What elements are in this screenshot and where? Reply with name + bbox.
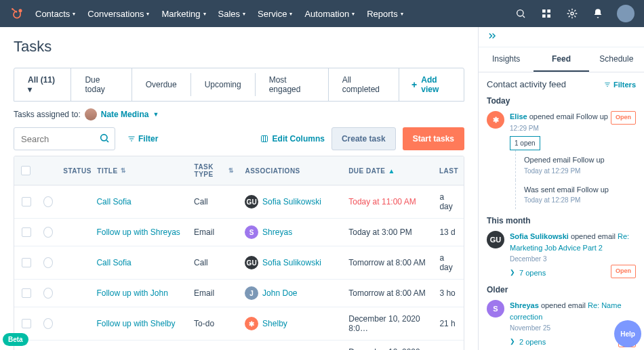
collapse-panel-icon[interactable] [487, 31, 498, 43]
svg-point-2 [517, 10, 523, 16]
panel-tabs: Insights Feed Schedule [479, 47, 644, 72]
complete-toggle[interactable] [43, 227, 53, 238]
complete-toggle[interactable] [43, 318, 53, 329]
col-associations[interactable]: ASSOCIATIONS [239, 156, 343, 185]
assoc-avatar: S [245, 225, 258, 239]
last-activity: 13 d [434, 219, 464, 246]
search-icon[interactable] [99, 133, 110, 146]
svg-rect-5 [542, 14, 546, 18]
svg-rect-3 [542, 9, 546, 13]
open-count[interactable]: 1 open [510, 136, 540, 150]
col-last[interactable]: LAST [434, 156, 464, 185]
feed-heading: Contact activity feed [487, 79, 566, 89]
view-tab[interactable]: Most engaged [256, 68, 329, 101]
row-checkbox[interactable] [22, 258, 31, 267]
contact-link[interactable]: Elise [510, 112, 527, 121]
association-link[interactable]: John Doe [262, 288, 297, 298]
view-tab[interactable]: All (11) ▾ [14, 68, 71, 101]
col-status[interactable]: STATUS [58, 156, 92, 185]
task-title-link[interactable]: Follow up with Shelby [96, 319, 175, 328]
nav-conversations[interactable]: Conversations ▾ [87, 9, 149, 19]
assigned-to-filter: Tasks assigned to: Nate Medina ▼ [14, 108, 464, 121]
svg-point-8 [101, 135, 107, 141]
table-row: Call SofiaCallGUSofia SulikowskiTomorrow… [14, 246, 464, 280]
svg-point-7 [571, 12, 573, 15]
task-title-link[interactable]: Call Sofia [96, 197, 131, 206]
nav-reports[interactable]: Reports ▾ [367, 9, 403, 19]
svg-rect-9 [261, 136, 267, 142]
page-title: Tasks [14, 38, 464, 56]
row-checkbox[interactable] [22, 227, 31, 237]
svg-rect-6 [547, 14, 550, 18]
association-link[interactable]: Shreyas [262, 227, 292, 237]
row-checkbox[interactable] [22, 319, 31, 328]
col-task-type[interactable]: TASK TYPE⇅ [189, 156, 240, 185]
last-activity: 3 ho [434, 280, 464, 307]
help-button[interactable]: Help [614, 320, 641, 347]
col-title[interactable]: TITLE⇅ [92, 156, 188, 185]
col-due-date[interactable]: DUE DATE▲ [343, 156, 434, 185]
tab-schedule[interactable]: Schedule [589, 47, 644, 72]
nav-contacts[interactable]: Contacts ▾ [35, 9, 75, 19]
feed-avatar: ✱ [487, 111, 504, 129]
filters-button[interactable]: Filters [604, 81, 636, 89]
assignee-name[interactable]: Nate Medina [101, 110, 149, 119]
association-link[interactable]: Shelby [262, 319, 287, 328]
contact-link[interactable]: Sofia Sulikowski [510, 232, 569, 240]
complete-toggle[interactable] [43, 196, 53, 207]
start-tasks-button[interactable]: Start tasks [403, 127, 464, 150]
feed-avatar: S [487, 300, 504, 318]
contact-link[interactable]: Shreyas [510, 301, 539, 309]
task-title-link[interactable]: Follow up with John [96, 288, 167, 298]
task-type: Email [188, 280, 239, 307]
assoc-avatar: ✱ [245, 317, 258, 330]
due-date: December 10, 2020 10:… [343, 341, 434, 350]
expand-opens[interactable]: ❯2 opens [510, 336, 546, 348]
row-checkbox[interactable] [22, 288, 31, 298]
section-today: Today [487, 96, 636, 106]
last-activity: a day [434, 246, 464, 279]
complete-toggle[interactable] [43, 288, 53, 299]
task-title-link[interactable]: Call Sofia [96, 258, 131, 267]
notifications-icon[interactable] [591, 7, 605, 20]
filter-button[interactable]: Filter [122, 134, 163, 144]
activity-panel: Insights Feed Schedule Contact activity … [478, 27, 644, 350]
complete-toggle[interactable] [43, 257, 53, 268]
view-tab[interactable]: Due today [71, 68, 132, 101]
task-title-link[interactable]: Follow up with Shreyas [96, 227, 180, 237]
nav-automation[interactable]: Automation ▾ [304, 9, 355, 19]
search-icon[interactable] [514, 7, 527, 20]
nav-service[interactable]: Service ▾ [258, 9, 292, 19]
row-checkbox[interactable] [22, 197, 31, 206]
association-link[interactable]: Sofia Sulikowski [262, 258, 321, 267]
open-badge[interactable]: Open [611, 265, 636, 278]
marketplace-icon[interactable] [540, 7, 553, 20]
chevron-down-icon[interactable]: ▼ [153, 111, 159, 118]
tab-feed[interactable]: Feed [534, 47, 588, 72]
nav-sales[interactable]: Sales ▾ [218, 9, 246, 19]
nav-marketing[interactable]: Marketing ▾ [161, 9, 205, 19]
expand-opens[interactable]: ❯7 opens [510, 267, 546, 279]
assoc-avatar: GU [245, 256, 258, 269]
section-this-month: This month [487, 216, 636, 225]
select-all-checkbox[interactable] [21, 166, 31, 175]
task-type: Email [188, 219, 239, 246]
create-task-button[interactable]: Create task [331, 127, 396, 150]
open-badge[interactable]: Open [611, 111, 636, 125]
due-date: Tomorrow at 8:00 AM [343, 246, 434, 279]
edit-columns-button[interactable]: Edit Columns [260, 134, 325, 144]
table-row: Follow up with ShelbyTo-do✱ShelbyDecembe… [14, 307, 464, 341]
due-date: Tomorrow at 8:00 AM [343, 280, 434, 307]
view-tab[interactable]: Upcoming [191, 73, 256, 96]
beta-badge[interactable]: Beta [3, 333, 28, 346]
toolbar: Filter Edit Columns Create task Start ta… [14, 127, 464, 150]
hubspot-logo[interactable] [9, 6, 24, 21]
add-view-button[interactable]: +Add view [399, 68, 464, 101]
view-tab[interactable]: Overdue [132, 73, 191, 96]
association-link[interactable]: Sofia Sulikowski [262, 197, 321, 206]
settings-icon[interactable] [565, 7, 579, 20]
tasks-table: STATUS TITLE⇅ TASK TYPE⇅ ASSOCIATIONS DU… [14, 156, 464, 350]
tab-insights[interactable]: Insights [479, 47, 534, 72]
view-tab[interactable]: All completed [329, 68, 399, 101]
user-avatar[interactable] [617, 5, 635, 22]
